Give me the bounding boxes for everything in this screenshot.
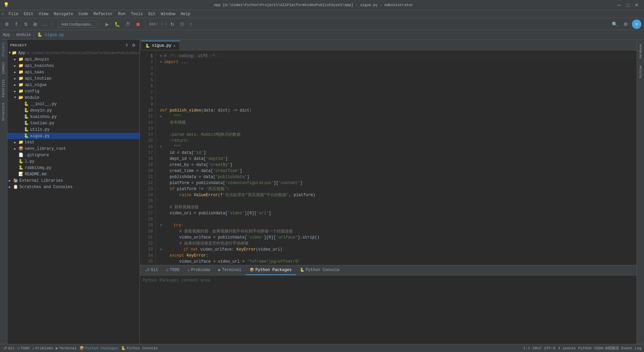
code-line-26[interactable]: # 获取视频连接 [160, 204, 637, 210]
tree-item-xigua-py[interactable]: 🐍 xigua.py [7, 133, 140, 139]
code-line-21[interactable]: publishdata = data['publishdata'] [160, 174, 637, 180]
bottom-tab-python-packages[interactable]: 📦 Python Packages [246, 266, 296, 275]
sidebar-label-structure[interactable]: Structure [0, 100, 7, 124]
code-line-2[interactable]: ▼ import ... [160, 59, 637, 65]
git-history-button[interactable]: ⏲ [178, 20, 186, 28]
tree-item-scratches[interactable]: ▶ 📋 Scratches and Consoles [7, 184, 140, 190]
code-content[interactable]: ▼ # -*- coding: utf8 -*- ▼ import ... [156, 50, 637, 265]
code-line-15[interactable]: :return: [160, 138, 637, 144]
run-button[interactable]: ▶ [103, 20, 111, 28]
status-encoding[interactable]: UTF-8 [544, 346, 555, 351]
tree-item-app[interactable]: ▼ 📁 App G:\Codes\Python\Projects\AllPlat… [7, 50, 140, 56]
code-line-34[interactable]: except KeyError: [160, 253, 637, 259]
breadcrumb-app[interactable]: App [3, 33, 10, 37]
code-line-5[interactable] [160, 77, 637, 83]
search-everywhere-button[interactable]: 🔍 [610, 20, 620, 28]
code-line-28[interactable] [160, 216, 637, 222]
right-panel-database[interactable]: Database [638, 41, 644, 61]
code-line-27[interactable]: video_url = publishdata['video'][0]['url… [160, 210, 637, 216]
status-indent[interactable]: 4 spaces [558, 346, 576, 351]
sidebar-label-project[interactable]: Project [0, 40, 7, 59]
ellipsis-button[interactable]: … [41, 20, 49, 28]
code-line-16[interactable]: ▼ """ [160, 144, 637, 150]
code-line-20[interactable]: creat_time = data['creatTime'] [160, 168, 637, 174]
code-line-23[interactable]: if platform != '西瓜视频': [160, 186, 637, 192]
code-line-6[interactable] [160, 83, 637, 89]
tree-item-api-saas[interactable]: ▶ 📁 api_saas [7, 69, 140, 75]
tree-item-module[interactable]: ▼ 📂 module [7, 94, 140, 101]
tree-item-utils-py[interactable]: 🐍 utils.py [7, 126, 140, 133]
right-panel-sciview[interactable]: SciView [638, 62, 644, 82]
tree-item-api-xigua[interactable]: ▶ 📁 api_xigua [7, 82, 140, 88]
code-line-12[interactable]: 发布视频 [160, 120, 637, 126]
tab-close-button[interactable]: ✕ [173, 44, 176, 48]
code-line-4[interactable] [160, 71, 637, 77]
code-line-1[interactable]: ▼ # -*- coding: utf8 -*- [160, 53, 637, 59]
tree-item-ext-libs[interactable]: ▶ 📚 External Libraries [7, 177, 140, 184]
bottom-tab-problems[interactable]: ⚠ Problems [183, 266, 214, 275]
code-line-22[interactable]: platform = publishdata['videoconfigurati… [160, 180, 637, 186]
tree-item-kuaishou-py[interactable]: 🐍 kuaishou.py [7, 114, 140, 120]
profile-button[interactable]: ⏱ [123, 20, 132, 28]
code-line-17[interactable]: id = data['id'] [160, 150, 637, 156]
tree-item-api-kuaishou[interactable]: ▶ 📁 api_kuaishou [7, 62, 140, 69]
menu-edit[interactable]: Edit [21, 11, 36, 17]
settings-gear-button[interactable]: ⚙ [622, 20, 630, 28]
fold-marker-2[interactable]: ▼ [160, 60, 164, 65]
code-line-3[interactable] [160, 65, 637, 71]
code-line-25[interactable] [160, 198, 637, 204]
code-line-29[interactable]: ▼ try: [160, 222, 637, 228]
code-line-9[interactable] [160, 101, 637, 107]
status-python-console[interactable]: 🐍 Python Console [121, 346, 158, 350]
code-line-35[interactable]: video_urlface = video_url + '?vframe/jpg… [160, 259, 637, 265]
minimize-button[interactable]: ─ [615, 2, 623, 8]
menu-git[interactable]: Git [146, 11, 158, 17]
tree-item-rabbitmq-py[interactable]: 🐍 rabbitmq.py [7, 165, 140, 171]
tree-item-test[interactable]: ▶ 📁 test [7, 139, 140, 145]
tree-item-init-py[interactable]: 🐍 __init__.py [7, 101, 140, 107]
settings-button[interactable]: ⚙ [3, 20, 11, 28]
close-button[interactable]: ✕ [633, 2, 641, 8]
sort-button[interactable]: ⇅ [22, 20, 30, 28]
status-crlf[interactable]: CRLF [533, 346, 541, 351]
tree-item-venv[interactable]: ▶ 📦 venv_library_root [7, 145, 140, 152]
menu-code[interactable]: Code [76, 11, 91, 17]
menu-run[interactable]: Run [115, 11, 128, 17]
status-event-log[interactable]: Event Log [622, 346, 641, 351]
code-line-33[interactable]: ▼ if not video_urlface: KeyError(video_u… [160, 247, 637, 253]
fold-marker-33[interactable]: ▼ [160, 247, 164, 252]
bottom-tab-todo[interactable]: ☑ TODO [162, 266, 183, 275]
fold-marker-29[interactable]: ▼ [160, 223, 164, 228]
collapse-all-button[interactable]: ⇑ [12, 20, 20, 28]
code-line-10[interactable]: def publish_video ( data : dict ) -> dic… [160, 107, 637, 114]
tree-item-api-douyin[interactable]: ▶ 📁 api_douyin [7, 56, 140, 62]
status-problems[interactable]: ⚠ Problems [32, 346, 53, 350]
menu-window[interactable]: Window [158, 11, 178, 17]
menu-view[interactable]: View [36, 11, 51, 17]
menu-navigate[interactable]: Navigate [51, 11, 76, 17]
tree-item-readme[interactable]: 📝 README.md [7, 171, 140, 177]
fold-marker-1[interactable]: ▼ [160, 54, 164, 59]
tree-collapse-button[interactable]: ⇑ [124, 42, 130, 48]
git-refresh-button[interactable]: ↻ [168, 20, 176, 28]
bottom-tab-python-console[interactable]: 🐍 Python Console [296, 266, 344, 275]
bottom-tab-git[interactable]: ⎇ Git [141, 266, 162, 275]
code-line-30[interactable]: # 获取视频封面，如果视频封面不存在则手动拼接一个封面连接 [160, 228, 637, 234]
user-avatar[interactable]: U [632, 19, 641, 29]
tree-item-config[interactable]: ▶ 📁 config [7, 88, 140, 94]
tree-settings-button[interactable]: ⚙ [130, 42, 137, 48]
tree-item-gitignore[interactable]: 📄 .gitignore [7, 152, 140, 158]
breadcrumb-module[interactable]: module [16, 33, 31, 37]
code-line-19[interactable]: creat_by = data['creatBy'] [160, 162, 637, 168]
tab-xigua[interactable]: 🐍 xigua.py ✕ [141, 41, 180, 50]
menu-file[interactable]: File [6, 11, 21, 17]
tree-item-toutiao-py[interactable]: 🐍 toutiao.py [7, 120, 140, 126]
code-line-14[interactable]: :param data: RabbitMQ格式的数据 [160, 132, 637, 138]
stop-button[interactable]: ⏹ [133, 20, 142, 28]
code-line-7[interactable] [160, 89, 637, 95]
code-line-31[interactable]: video_urlface = publishdata['video'][0][… [160, 234, 637, 240]
status-git[interactable]: ⎇ Git [3, 346, 15, 350]
menu-refactor[interactable]: Refactor [91, 11, 116, 17]
code-line-18[interactable]: dept_id = data['deptId'] [160, 156, 637, 162]
status-python-packages[interactable]: 📦 Python Packages [79, 346, 118, 350]
